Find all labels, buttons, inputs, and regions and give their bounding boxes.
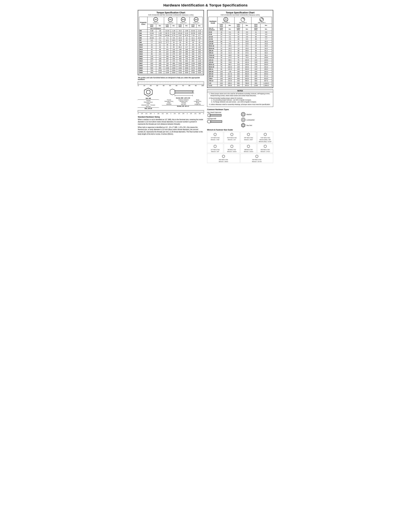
nut-diagram (143, 88, 153, 96)
right-size-nm: Nm. (225, 27, 234, 31)
right-table-row: 5/16-181115.01723.12534.0 (209, 45, 272, 47)
right-table-row: 1/4-20667.6810.91216.3 (209, 40, 272, 42)
grade-8-icon (259, 17, 264, 22)
grade-2-icon: NoMarks (224, 17, 228, 22)
right-table-row: 1/4-28768.61013.61419.0 (209, 42, 272, 45)
ruler-numbers: 0102030405060708090100 (138, 85, 204, 86)
wrench-guide-section: Wrench & Fastener Size Guide ⬡ 1/4" Bolt… (207, 129, 273, 163)
wrench-item-7: ⬡ M10 Bolt or Nut Wrench—17mm (257, 144, 273, 153)
grade-2-label: SAE Grade 2 (222, 22, 230, 23)
right-table-row: 3/8-162027.23040.84561.2 (209, 49, 272, 52)
svg-point-37 (207, 120, 211, 123)
left-table-row: M22169230390530559745656890 (139, 57, 203, 60)
notes-title: NOTES (207, 89, 273, 92)
right-table-row: 10-32313.5495.5687.7 (209, 38, 272, 40)
svg-rect-39 (211, 121, 222, 123)
right-table-row: 1/2-135068.075102.0110149.6 (209, 59, 272, 61)
right-table-row: 8-32192.1303.4414.6 (209, 31, 272, 33)
nut-m8-title: Nut, M8 (138, 97, 159, 99)
wrench-guide-title: Wrench & Fastener Size Guide (207, 129, 273, 131)
left-table-row: M242172954973757089608401140 (139, 60, 203, 62)
right-table-row: 5/8-18100136180244.8240326.4 (209, 70, 272, 73)
class-56-icon: 5.6 (153, 17, 158, 22)
left-table-row: M367591030174023602441331029353980 (139, 69, 203, 71)
left-table-row: M526.42.5060.965.755.978.107.159.7 (139, 34, 203, 37)
right-table-row: 7/16-203547.65574.880108.8 (209, 57, 272, 59)
wrench-item-1: ⬡ 5/16" Bolt or Nut Wrench—1/2" (224, 132, 240, 143)
wrench-item-9: ⬡ M14 Bolt or Nut Wrench—22 mm (241, 154, 273, 163)
class-109-icon: 10.9 (181, 17, 186, 22)
right-table-row: 5/8-1190122.4150204.0220299.2 (209, 68, 272, 70)
washer-label: Washer (246, 114, 252, 115)
right-chart-title: Torque Specification Chart (208, 11, 272, 14)
right-col-g5-nm: Nm. (243, 24, 252, 27)
col-129-inlbs: in/lbsft/lbs (190, 24, 196, 28)
right-col-g2-inlbs: in/lbsft/lbs (217, 24, 225, 27)
svg-point-45 (242, 124, 244, 126)
svg-point-41 (242, 113, 244, 115)
std-hw-title: Standard Hardware Sizing (138, 116, 204, 118)
thread-diameter-label: ThreadDiameter (mm) InsideDiameter (in) … (138, 99, 159, 107)
right-table-row: 3/8-242331.33547.65068.0 (209, 52, 272, 54)
note-1: These torque values are to be used for a… (211, 93, 272, 96)
left-table-row: M87.710.517.72425342940 (139, 41, 203, 44)
left-torque-table: PropertyClass 5.6 Class 5.6 8.8 Class 8.… (139, 17, 203, 74)
right-size-inlbs: in/lbsft/lbs (217, 27, 225, 31)
right-table-row: 7/8-14155210.8440598.4660897.6 (209, 80, 272, 82)
left-table-row: M273204357339951032140012391680 (139, 62, 203, 64)
left-table-row: M35.88.5613.441.2819.21.8022.922.15 (139, 30, 203, 32)
svg-line-23 (243, 18, 244, 19)
left-table-row: M166488147200210285250340 (139, 50, 203, 53)
wrench-item-6: ⬡ M8 Bolt or Nut Wrench—13mm (241, 144, 257, 153)
screw-labels: ThreadDiameter (mm)BodyDiameter Distance… (162, 99, 204, 105)
svg-point-40 (241, 112, 245, 116)
svg-point-42 (241, 118, 245, 122)
wrench-item-4: ⬡ 1/2" Bolt or Nut Wrench—3/4" (207, 144, 223, 153)
right-col-g8-nm: Nm. (261, 24, 272, 27)
grade-8-label: SAE Grade 8 (258, 22, 265, 23)
hex-head-diagram (207, 114, 239, 117)
left-table-row: M1889121202275287390346470 (139, 53, 203, 55)
right-table-row: 9/16-1875102.0120163.2170231.2 (209, 66, 272, 68)
left-table-row: M644.644.37.39.910.31412.116.5 (139, 37, 203, 39)
right-table-row: 7/16-143040.85068.07095.2 (209, 54, 272, 56)
grade-5-icon (241, 17, 245, 22)
class-129-label: Class 12.9 (193, 22, 199, 24)
left-table-row: M413.441.2830.722.9043.444.1052.564.95 (139, 32, 203, 34)
svg-rect-36 (210, 114, 221, 116)
hardware-types-grid: Hex Head Capscrew (207, 111, 273, 127)
size-of-hardware-left: Size Of Hardware (148, 28, 164, 30)
hex-head-label: Hex Head Capscrew (207, 111, 239, 113)
wrench-item-8: ⬡ M12 Bolt or Nut Wrench—19mm (207, 154, 240, 163)
svg-line-27 (262, 18, 263, 19)
left-table-row: M399881340224930503163429037985150 (139, 71, 203, 74)
right-size-g8-nm: Nm. (261, 27, 272, 31)
second-ruler-labels: 01/41/23/411/41/23/421/41/23/431/41/23/4… (138, 113, 204, 114)
carriage-bolt-diagram (207, 120, 239, 123)
right-table-row: 1-8220299.2580788.89001,244.0 (209, 82, 272, 84)
class-88-label: Class 8.8 (168, 22, 173, 24)
svg-marker-7 (170, 89, 175, 95)
screw-diagram (168, 88, 197, 96)
hex-nut-item: Hex Nut (241, 123, 273, 127)
hw-grade-header: HardwareGrade (209, 17, 217, 28)
wrench-item-3: ⬡ 7/16" Bolt or Nut Wrench (Bolt)—5/8" W… (257, 132, 273, 143)
size-of-hardware-right: Size OfHardware (209, 27, 217, 31)
notes-section: NOTES These torque values are to be used… (207, 89, 273, 107)
left-chart-title: Torque Specification Chart (139, 11, 203, 14)
svg-point-4 (146, 90, 150, 94)
right-size-g5-nm: Nm. (243, 27, 252, 31)
wrench-items-grid: ⬡ 1/4" Bolt or Nut Wrench—7/16" ⬡ 5/16" … (207, 132, 273, 163)
lockwasher-label: Lockwasher (246, 119, 255, 121)
right-table-row: 3/4-10160217.6260353.6386525.0 (209, 73, 272, 75)
hex-nut-label: Hex Nut (246, 124, 252, 126)
svg-marker-32 (208, 114, 210, 117)
right-table-row: 9/16-126588.4110149.6150204.0 (209, 63, 272, 66)
svg-rect-2 (138, 82, 204, 85)
hardware-diagrams: Nut, M8 ThreadDiameter (mm) InsideDiamet… (138, 88, 204, 109)
washer-item: Washer (241, 112, 273, 116)
note-3: Unless otherwise noted on assembly drawi… (211, 104, 272, 105)
wrench-item-0: ⬡ 1/4" Bolt or Nut Wrench—7/16" (207, 132, 223, 143)
notes-list: These torque values are to be used for a… (207, 92, 273, 107)
right-table-row: 8-36202.3313.5434.9 (209, 33, 272, 36)
